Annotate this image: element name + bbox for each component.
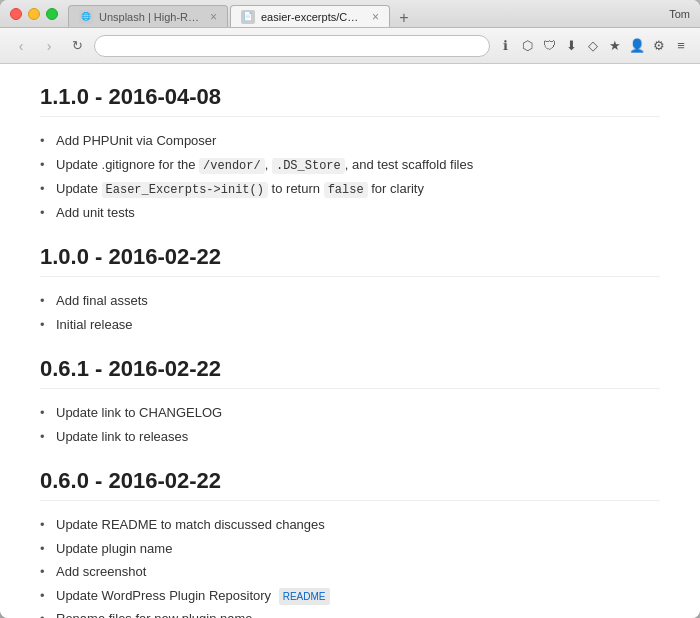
- change-text-middle: ,: [265, 157, 272, 172]
- list-item: Initial release: [40, 313, 660, 337]
- star-icon[interactable]: ★: [606, 37, 624, 55]
- list-item: Add final assets: [40, 289, 660, 313]
- inline-code: .DS_Store: [272, 158, 345, 174]
- change-list-0-6-1: Update link to CHANGELOG Update link to …: [40, 401, 660, 448]
- change-text-after: for clarity: [368, 181, 424, 196]
- version-heading-1-1-0: 1.1.0 - 2016-04-08: [40, 84, 660, 117]
- titlebar: 🌐 Unsplash | High-Resolutio... × 📄 easie…: [0, 0, 700, 28]
- change-text: Add unit tests: [56, 205, 135, 220]
- list-item: Update README to match discussed changes: [40, 513, 660, 537]
- change-text: Initial release: [56, 317, 133, 332]
- version-section-0-6-0: 0.6.0 - 2016-02-22 Update README to matc…: [40, 468, 660, 618]
- toolbar: ‹ › ↻ ℹ ⬡ 🛡 ⬇ ◇ ★ 👤 ⚙ ≡: [0, 28, 700, 64]
- back-button[interactable]: ‹: [10, 35, 32, 57]
- layers-icon[interactable]: ⬡: [518, 37, 536, 55]
- inline-code: false: [324, 182, 368, 198]
- change-text: Update README to match discussed changes: [56, 517, 325, 532]
- extension-icon[interactable]: ⚙: [650, 37, 668, 55]
- change-text-middle: to return: [268, 181, 324, 196]
- list-item: Update plugin name: [40, 537, 660, 561]
- minimize-button[interactable]: [28, 8, 40, 20]
- tab-unsplash[interactable]: 🌐 Unsplash | High-Resolutio... ×: [68, 5, 228, 27]
- tab-close-unsplash[interactable]: ×: [210, 10, 217, 24]
- refresh-button[interactable]: ↻: [66, 35, 88, 57]
- change-text-after: , and test scaffold files: [345, 157, 473, 172]
- reader-icon[interactable]: ℹ: [496, 37, 514, 55]
- avatar-icon[interactable]: 👤: [628, 37, 646, 55]
- list-item: Add PHPUnit via Composer: [40, 129, 660, 153]
- version-section-1-1-0: 1.1.0 - 2016-04-08 Add PHPUnit via Compo…: [40, 84, 660, 224]
- list-item: Rename files for new plugin name: [40, 607, 660, 618]
- change-list-1-0-0: Add final assets Initial release: [40, 289, 660, 336]
- forward-button[interactable]: ›: [38, 35, 60, 57]
- version-heading-0-6-0: 0.6.0 - 2016-02-22: [40, 468, 660, 501]
- tab-favicon-changelog: 📄: [241, 10, 255, 24]
- version-section-0-6-1: 0.6.1 - 2016-02-22 Update link to CHANGE…: [40, 356, 660, 448]
- address-bar[interactable]: [94, 35, 490, 57]
- tab-label-changelog: easier-excerpts/CHANGE...: [261, 11, 366, 23]
- change-text: Add final assets: [56, 293, 148, 308]
- content-area[interactable]: 1.1.0 - 2016-04-08 Add PHPUnit via Compo…: [0, 64, 700, 618]
- readme-badge: README: [279, 588, 330, 605]
- tabs-area: 🌐 Unsplash | High-Resolutio... × 📄 easie…: [68, 0, 416, 27]
- tab-changelog[interactable]: 📄 easier-excerpts/CHANGE... ×: [230, 5, 390, 27]
- list-item: Update WordPress Plugin Repository READM…: [40, 584, 660, 608]
- version-heading-1-0-0: 1.0.0 - 2016-02-22: [40, 244, 660, 277]
- change-list-0-6-0: Update README to match discussed changes…: [40, 513, 660, 618]
- traffic-lights: [10, 8, 58, 20]
- user-label: Tom: [669, 8, 690, 20]
- version-heading-0-6-1: 0.6.1 - 2016-02-22: [40, 356, 660, 389]
- list-item: Update link to CHANGELOG: [40, 401, 660, 425]
- tab-close-changelog[interactable]: ×: [372, 10, 379, 24]
- share-icon[interactable]: ◇: [584, 37, 602, 55]
- change-text-before: Update: [56, 181, 102, 196]
- inline-code: Easer_Excerpts->init(): [102, 182, 268, 198]
- tab-favicon-unsplash: 🌐: [79, 10, 93, 24]
- maximize-button[interactable]: [46, 8, 58, 20]
- browser-window: 🌐 Unsplash | High-Resolutio... × 📄 easie…: [0, 0, 700, 618]
- pocket-icon[interactable]: ⬇: [562, 37, 580, 55]
- inline-code: /vendor/: [199, 158, 265, 174]
- change-text: Rename files for new plugin name: [56, 611, 253, 618]
- list-item: Update Easer_Excerpts->init() to return …: [40, 177, 660, 201]
- change-text-before: Update .gitignore for the: [56, 157, 199, 172]
- version-section-1-0-0: 1.0.0 - 2016-02-22 Add final assets Init…: [40, 244, 660, 336]
- list-item: Add screenshot: [40, 560, 660, 584]
- list-item: Update .gitignore for the /vendor/, .DS_…: [40, 153, 660, 177]
- change-text: Update plugin name: [56, 541, 172, 556]
- change-text: Add PHPUnit via Composer: [56, 133, 216, 148]
- change-text: Add screenshot: [56, 564, 146, 579]
- change-text: Update WordPress Plugin Repository: [56, 588, 271, 603]
- close-button[interactable]: [10, 8, 22, 20]
- tab-label-unsplash: Unsplash | High-Resolutio...: [99, 11, 204, 23]
- new-tab-button[interactable]: +: [392, 9, 416, 27]
- list-item: Add unit tests: [40, 201, 660, 225]
- shield-icon[interactable]: 🛡: [540, 37, 558, 55]
- toolbar-icons: ℹ ⬡ 🛡 ⬇ ◇ ★ 👤 ⚙ ≡: [496, 37, 690, 55]
- change-text: Update link to releases: [56, 429, 188, 444]
- list-item: Update link to releases: [40, 425, 660, 449]
- change-text: Update link to CHANGELOG: [56, 405, 222, 420]
- change-list-1-1-0: Add PHPUnit via Composer Update .gitigno…: [40, 129, 660, 224]
- menu-icon[interactable]: ≡: [672, 37, 690, 55]
